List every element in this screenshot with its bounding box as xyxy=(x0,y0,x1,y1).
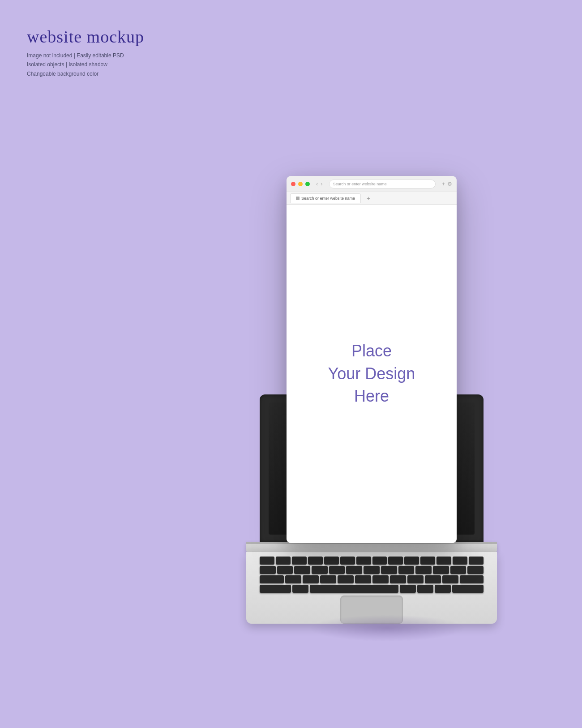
key xyxy=(346,566,362,574)
browser-nav-icons: ‹ › xyxy=(316,180,323,187)
key xyxy=(388,557,403,565)
scene-container: ‹ › Search or enter website name + ⚙ Sea… xyxy=(237,176,506,624)
placeholder-line1: Place xyxy=(328,340,415,362)
forward-icon[interactable]: › xyxy=(321,180,322,187)
key-row-3 xyxy=(260,575,484,583)
browser-dot-yellow[interactable] xyxy=(298,182,303,186)
browser-content: Place Your Design Here xyxy=(287,205,457,543)
browser-tabs-row: Search or enter website name + xyxy=(287,192,457,205)
keyboard xyxy=(260,557,484,593)
key xyxy=(381,566,397,574)
placeholder-line3: Here xyxy=(328,385,415,407)
browser-address-bar[interactable]: Search or enter website name xyxy=(329,180,436,188)
key xyxy=(372,575,389,583)
key xyxy=(356,557,371,565)
new-tab-button[interactable]: + xyxy=(364,194,372,202)
browser-dot-red[interactable] xyxy=(291,182,295,186)
spacebar-key xyxy=(310,585,398,593)
key xyxy=(435,585,451,593)
key xyxy=(260,557,274,565)
key-row-4 xyxy=(260,585,484,593)
tab-favicon xyxy=(296,197,300,200)
plus-icon[interactable]: + xyxy=(442,181,445,187)
key xyxy=(303,575,319,583)
key xyxy=(277,566,293,574)
laptop-keyboard-area xyxy=(246,552,497,624)
key xyxy=(450,566,466,574)
key xyxy=(453,557,467,565)
laptop-shadow xyxy=(309,615,466,642)
back-icon[interactable]: ‹ xyxy=(316,180,318,187)
settings-icon[interactable]: ⚙ xyxy=(447,181,452,187)
tab-label: Search or enter website name xyxy=(301,196,355,201)
browser-tab-active[interactable]: Search or enter website name xyxy=(290,193,361,203)
browser-dot-green[interactable] xyxy=(305,182,310,186)
mockup-subtitle: Image not included | Easily editable PSD… xyxy=(27,51,144,78)
key xyxy=(260,575,284,583)
key xyxy=(355,575,371,583)
key xyxy=(292,557,307,565)
key xyxy=(372,557,387,565)
top-left-info-block: website mockup Image not included | Easi… xyxy=(27,27,144,78)
key xyxy=(329,566,345,574)
subtitle-line3: Changeable background color xyxy=(27,71,98,77)
key xyxy=(292,585,308,593)
key xyxy=(425,575,441,583)
key xyxy=(436,557,451,565)
key xyxy=(390,575,406,583)
key xyxy=(404,557,419,565)
placeholder-text: Place Your Design Here xyxy=(328,340,415,407)
browser-action-icons: + ⚙ xyxy=(442,181,452,187)
key xyxy=(417,585,433,593)
key xyxy=(467,566,484,574)
key xyxy=(308,557,323,565)
key xyxy=(338,575,354,583)
key xyxy=(312,566,328,574)
key xyxy=(415,566,432,574)
key xyxy=(442,575,458,583)
key-row-2 xyxy=(260,566,484,574)
subtitle-line1: Image not included | Easily editable PSD xyxy=(27,52,124,59)
key xyxy=(364,566,380,574)
key xyxy=(433,566,449,574)
browser-topbar: ‹ › Search or enter website name + ⚙ xyxy=(287,176,457,192)
key xyxy=(452,585,484,593)
key xyxy=(460,575,484,583)
key xyxy=(320,575,336,583)
address-text: Search or enter website name xyxy=(333,182,387,186)
key xyxy=(420,557,435,565)
key xyxy=(469,557,484,565)
mockup-title: website mockup xyxy=(27,27,144,47)
key xyxy=(400,585,416,593)
key xyxy=(260,566,276,574)
placeholder-line2: Your Design xyxy=(328,363,415,385)
browser-window: ‹ › Search or enter website name + ⚙ Sea… xyxy=(287,176,457,543)
key xyxy=(398,566,415,574)
key xyxy=(260,585,291,593)
key xyxy=(340,557,355,565)
key-row-1 xyxy=(260,557,484,565)
subtitle-line2: Isolated objects | Isolated shadow xyxy=(27,61,107,68)
key xyxy=(285,575,301,583)
key xyxy=(407,575,424,583)
key xyxy=(276,557,291,565)
key xyxy=(324,557,339,565)
key xyxy=(294,566,310,574)
laptop-base xyxy=(246,542,497,552)
